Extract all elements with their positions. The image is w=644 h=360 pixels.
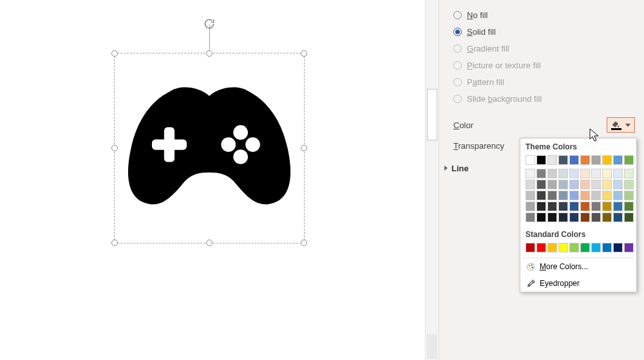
color-swatch[interactable]: [613, 155, 623, 165]
color-swatch[interactable]: [624, 169, 634, 178]
svg-point-8: [531, 266, 533, 268]
color-swatch[interactable]: [569, 213, 579, 222]
color-swatch[interactable]: [558, 243, 568, 252]
color-swatch[interactable]: [569, 155, 579, 165]
color-swatch[interactable]: [547, 191, 557, 200]
color-swatch[interactable]: [591, 169, 601, 178]
line-section-label: Line: [451, 164, 469, 173]
color-swatch[interactable]: [526, 155, 535, 165]
color-swatch[interactable]: [580, 169, 590, 178]
color-swatch[interactable]: [536, 180, 546, 189]
color-swatch[interactable]: [613, 169, 623, 178]
color-swatch[interactable]: [591, 180, 601, 189]
color-swatch[interactable]: [624, 202, 634, 211]
color-swatch[interactable]: [624, 243, 634, 252]
color-swatch[interactable]: [569, 202, 579, 211]
fill-color-button[interactable]: [607, 117, 635, 133]
radio-icon: [453, 28, 462, 36]
color-swatch[interactable]: [602, 169, 612, 178]
svg-point-5: [245, 137, 260, 152]
fill-option-no-fill[interactable]: No fill: [453, 6, 635, 23]
svg-point-4: [221, 137, 236, 152]
color-swatch[interactable]: [526, 202, 535, 211]
color-swatch[interactable]: [536, 191, 546, 200]
color-swatch[interactable]: [580, 191, 590, 200]
color-swatch[interactable]: [580, 213, 590, 222]
color-swatch[interactable]: [624, 155, 634, 165]
more-colors-item[interactable]: More Colors...: [520, 258, 636, 275]
eyedropper-item[interactable]: Eyedropper: [520, 275, 636, 292]
color-swatch[interactable]: [547, 213, 557, 222]
color-swatch[interactable]: [558, 169, 568, 178]
color-swatch[interactable]: [558, 213, 568, 222]
color-swatch[interactable]: [580, 180, 590, 189]
fill-option-pattern-fill[interactable]: Pattern fill: [453, 73, 635, 90]
color-swatch[interactable]: [547, 155, 557, 165]
color-swatch[interactable]: [536, 202, 546, 211]
color-swatch[interactable]: [624, 213, 634, 222]
color-swatch[interactable]: [547, 169, 557, 178]
standard-colors-row: [520, 242, 636, 258]
color-swatch[interactable]: [569, 191, 579, 200]
color-swatch[interactable]: [558, 180, 568, 189]
color-swatch[interactable]: [536, 155, 546, 165]
color-swatch[interactable]: [526, 213, 535, 222]
color-swatch[interactable]: [591, 213, 601, 222]
color-swatch[interactable]: [591, 155, 601, 165]
radio-icon: [453, 11, 462, 19]
color-swatch[interactable]: [602, 191, 612, 200]
color-swatch[interactable]: [602, 243, 612, 252]
color-swatch[interactable]: [536, 243, 546, 252]
color-swatch[interactable]: [547, 180, 557, 189]
color-swatch[interactable]: [602, 202, 612, 211]
vertical-scrollbar[interactable]: [425, 0, 439, 360]
svg-rect-1: [152, 140, 187, 150]
svg-point-2: [233, 125, 248, 140]
color-swatch[interactable]: [602, 180, 612, 189]
fill-option-label: Picture or texture fill: [467, 61, 541, 70]
color-swatch[interactable]: [613, 202, 623, 211]
radio-icon: [453, 44, 462, 53]
color-swatch[interactable]: [591, 202, 601, 211]
color-swatch[interactable]: [580, 155, 590, 165]
color-swatch[interactable]: [580, 202, 590, 211]
color-swatch[interactable]: [558, 202, 568, 211]
fill-option-gradient-fill[interactable]: Gradient fill: [453, 40, 635, 57]
svg-point-7: [531, 264, 533, 266]
theme-colors-row: [520, 154, 636, 169]
slide-canvas[interactable]: [0, 0, 425, 360]
color-swatch[interactable]: [613, 191, 623, 200]
color-swatch[interactable]: [569, 243, 579, 252]
color-swatch[interactable]: [558, 191, 568, 200]
fill-option-slide-bg-fill[interactable]: Slide background fill: [453, 90, 635, 107]
color-swatch[interactable]: [569, 180, 579, 189]
color-swatch[interactable]: [558, 155, 568, 165]
color-swatch[interactable]: [547, 202, 557, 211]
rotation-handle[interactable]: [203, 17, 216, 33]
color-swatch[interactable]: [602, 213, 612, 222]
chevron-down-icon: [625, 124, 630, 127]
fill-option-solid-fill[interactable]: Solid fill: [453, 23, 635, 40]
selection-bounding-box[interactable]: [114, 53, 305, 243]
color-swatch[interactable]: [526, 169, 535, 178]
color-swatch[interactable]: [613, 243, 623, 252]
color-swatch[interactable]: [547, 243, 557, 252]
color-swatch[interactable]: [526, 180, 535, 189]
color-swatch[interactable]: [613, 180, 623, 189]
color-swatch[interactable]: [591, 191, 601, 200]
fill-option-picture-fill[interactable]: Picture or texture fill: [453, 57, 635, 73]
color-swatch[interactable]: [569, 169, 579, 178]
color-swatch[interactable]: [624, 180, 634, 189]
color-swatch[interactable]: [613, 213, 623, 222]
more-colors-label: More Colors...: [540, 262, 588, 271]
color-swatch[interactable]: [580, 243, 590, 252]
color-swatch[interactable]: [526, 191, 535, 200]
color-swatch[interactable]: [624, 191, 634, 200]
color-swatch[interactable]: [536, 213, 546, 222]
color-swatch[interactable]: [591, 243, 601, 252]
color-swatch[interactable]: [526, 243, 535, 252]
game-controller-icon[interactable]: [122, 81, 296, 216]
scrollbar-thumb[interactable]: [427, 89, 437, 140]
color-swatch[interactable]: [602, 155, 612, 165]
color-swatch[interactable]: [536, 169, 546, 178]
